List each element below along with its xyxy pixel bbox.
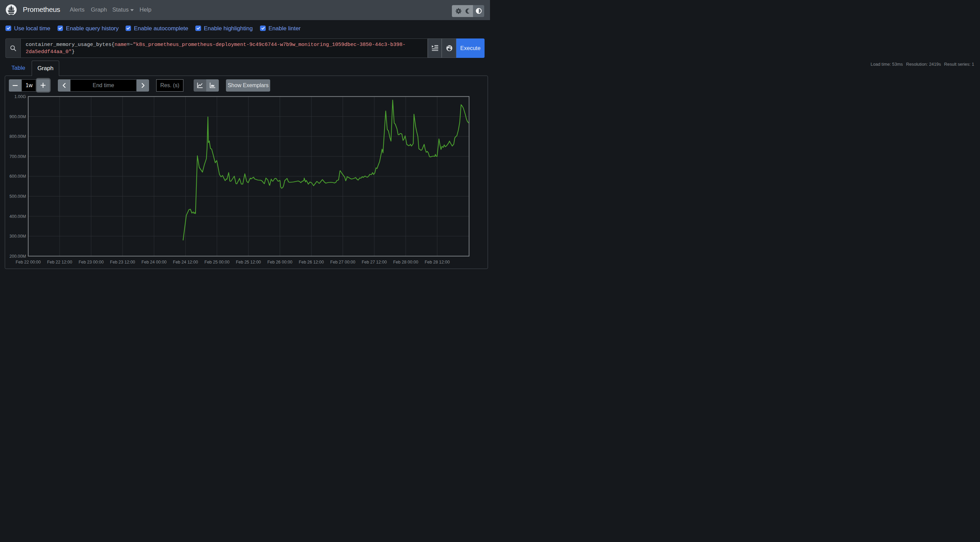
svg-text:600.00M: 600.00M bbox=[10, 174, 26, 179]
svg-text:Feb 23 12:00: Feb 23 12:00 bbox=[110, 260, 135, 265]
svg-text:Feb 24 12:00: Feb 24 12:00 bbox=[173, 260, 198, 265]
svg-text:Feb 23 00:00: Feb 23 00:00 bbox=[79, 260, 104, 265]
svg-text:Feb 28 00:00: Feb 28 00:00 bbox=[393, 260, 418, 265]
svg-text:Feb 22 00:00: Feb 22 00:00 bbox=[16, 260, 41, 265]
svg-text:Feb 25 00:00: Feb 25 00:00 bbox=[205, 260, 230, 265]
svg-text:Feb 25 12:00: Feb 25 12:00 bbox=[236, 260, 261, 265]
svg-text:400.00M: 400.00M bbox=[10, 214, 26, 219]
svg-text:Feb 27 00:00: Feb 27 00:00 bbox=[331, 260, 356, 265]
svg-text:300.00M: 300.00M bbox=[10, 234, 26, 239]
svg-text:Feb 26 00:00: Feb 26 00:00 bbox=[267, 260, 293, 265]
svg-text:200.00M: 200.00M bbox=[10, 254, 26, 259]
svg-text:500.00M: 500.00M bbox=[10, 194, 26, 199]
svg-text:900.00M: 900.00M bbox=[10, 115, 26, 119]
svg-text:Feb 28 12:00: Feb 28 12:00 bbox=[425, 260, 450, 265]
svg-text:1.00G: 1.00G bbox=[14, 94, 26, 99]
svg-text:700.00M: 700.00M bbox=[10, 154, 26, 159]
svg-text:800.00M: 800.00M bbox=[10, 134, 26, 139]
svg-text:Feb 27 12:00: Feb 27 12:00 bbox=[362, 260, 387, 265]
svg-text:Feb 22 12:00: Feb 22 12:00 bbox=[47, 260, 72, 265]
svg-text:Feb 26 12:00: Feb 26 12:00 bbox=[299, 260, 324, 265]
svg-text:Feb 24 00:00: Feb 24 00:00 bbox=[142, 260, 167, 265]
